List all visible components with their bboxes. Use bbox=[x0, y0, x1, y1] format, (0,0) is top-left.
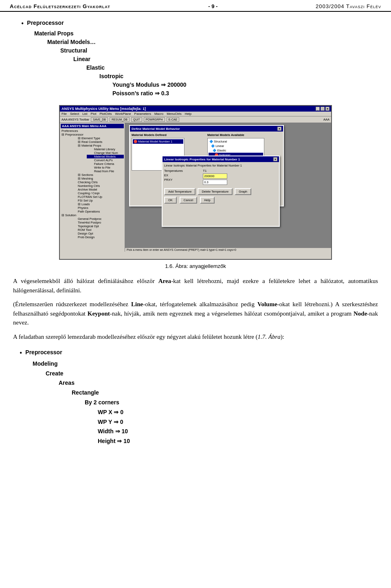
minimize-btn[interactable]: _ bbox=[316, 107, 320, 111]
linear-subtitle: Linear Isotropic Material Properties for… bbox=[164, 164, 277, 167]
tree-prob-design[interactable]: Prob Design bbox=[74, 235, 124, 239]
tree-write-to-file[interactable]: Write to File bbox=[87, 166, 124, 169]
linear-label: Linear bbox=[73, 55, 378, 64]
tree-material-models[interactable]: Material Models bbox=[87, 155, 124, 158]
mat-linear[interactable]: 🔷 Linear bbox=[209, 144, 263, 148]
tree-read-from-file[interactable]: Read from File bbox=[87, 169, 124, 173]
tree-fsi[interactable]: FSI Set Up bbox=[74, 199, 124, 202]
tree-numbering-ctrls[interactable]: Numbering Ctrls bbox=[74, 184, 124, 188]
material-models-label: Material Models… bbox=[47, 38, 378, 46]
menu-plotctrls[interactable]: PlotCtrls bbox=[99, 112, 112, 116]
mat-dialog-close[interactable]: ✕ bbox=[277, 127, 281, 131]
prxy-input[interactable] bbox=[203, 180, 227, 185]
youngs-label: Young’s Modulus bbox=[112, 81, 159, 88]
menu-select[interactable]: Select bbox=[70, 112, 79, 116]
width-value: 10 bbox=[122, 428, 128, 434]
tree-path-ops[interactable]: Path Operations bbox=[74, 210, 124, 213]
paragraph-1: A végeselemekből álló hálózat definiálás… bbox=[13, 276, 378, 295]
tree-preferences[interactable]: Preferences bbox=[61, 129, 124, 133]
tree-design-opt[interactable]: Design Opt bbox=[74, 232, 124, 235]
menu-file[interactable]: File bbox=[62, 112, 67, 116]
quit-btn[interactable]: QUIT bbox=[131, 117, 142, 122]
youngs-value: 200000 bbox=[167, 81, 187, 88]
structural-label: Structural bbox=[60, 46, 378, 55]
tree-checking-ctrls[interactable]: Checking Ctrls bbox=[74, 180, 124, 184]
aaa-label: AAA bbox=[323, 118, 329, 121]
areas-label: Areas bbox=[59, 378, 378, 388]
ecae-btn[interactable]: E-CAE bbox=[167, 117, 179, 122]
linear-dialog-close[interactable]: ✕ bbox=[273, 157, 277, 161]
tree-material-library[interactable]: Material Library bbox=[87, 147, 124, 151]
tree-coupling[interactable]: Coupling / Ceqn bbox=[74, 191, 124, 195]
youngs-modulus-line: Young’s Modulus ⇒ 200000 bbox=[112, 81, 378, 89]
create-label: Create bbox=[46, 369, 378, 379]
main-content: • Preprocessor Material Props Material M… bbox=[0, 19, 391, 459]
tree-rom-tool[interactable]: ROM Tool bbox=[74, 228, 124, 232]
menu-list[interactable]: List bbox=[82, 112, 87, 116]
close-btn[interactable]: ✕ bbox=[325, 107, 329, 111]
ex-input[interactable] bbox=[203, 173, 227, 179]
tree-loads[interactable]: ⊟ Loads bbox=[74, 202, 124, 206]
linear-values: T1 bbox=[203, 169, 277, 185]
modeling-label: Modeling bbox=[33, 359, 378, 369]
elastic-label: Elastic bbox=[86, 64, 378, 72]
bullet-dot-2: • bbox=[20, 349, 22, 358]
tree-topological[interactable]: Topological Opt bbox=[74, 224, 124, 228]
menu-help[interactable]: Help bbox=[185, 112, 191, 116]
tree-material-props[interactable]: ⊟ Material Props bbox=[74, 144, 124, 147]
ansys-window: ANSYS Multiphysics Utility Menu [msolajf… bbox=[60, 106, 331, 259]
linear-dialog-title: Linear Isotropic Properties for Material… bbox=[163, 156, 279, 162]
tree-failure-criteria[interactable]: Failure Criteria bbox=[87, 162, 124, 166]
tree-element-type[interactable]: ⊟ Element Type bbox=[74, 136, 124, 140]
tree-preprocessor[interactable]: ⊟ Preprocessor bbox=[61, 133, 124, 136]
tree-real-constants[interactable]: ⊟ Real Constants bbox=[74, 140, 124, 144]
tree-general-postproc[interactable]: General Postproc bbox=[74, 217, 124, 221]
cancel-btn[interactable]: Cancel bbox=[180, 197, 197, 204]
tree-archive-model[interactable]: Archive Model bbox=[74, 188, 124, 191]
dialog-material-title: Define Material Model Behavior ✕ bbox=[130, 126, 283, 132]
menu-macro[interactable]: Macro bbox=[154, 112, 163, 116]
tree-meshing[interactable]: ⊟ Meshing bbox=[74, 177, 124, 180]
tree-solution[interactable]: ⊟ Solution bbox=[61, 213, 124, 217]
menu-menuctrls[interactable]: MenuCtrls bbox=[167, 112, 181, 116]
paragraph-3: A feladatban szereplő lemezdarab modelle… bbox=[13, 332, 378, 342]
ex-label: EX bbox=[164, 173, 201, 177]
mat-model-number-1[interactable]: 🔴 Material Model Number 1 bbox=[133, 139, 183, 144]
menu-workplane[interactable]: WorkPlane bbox=[115, 112, 131, 116]
header-left: Acélcad Felületszerkezeti Gyakorlat bbox=[10, 3, 110, 9]
help-btn[interactable]: Help bbox=[200, 197, 214, 204]
tree-convert-alpx[interactable]: Convert ALPx bbox=[87, 158, 124, 162]
ansys-title: ANSYS Multiphysics Utility Menu [msolajf… bbox=[62, 107, 146, 111]
tree-change-mat-num[interactable]: Change Mat Num bbox=[87, 151, 124, 155]
by2corners-label: By 2 corners bbox=[85, 398, 378, 408]
menu-parameters[interactable]: Parameters bbox=[134, 112, 151, 116]
delete-temperature-btn[interactable]: Delete Temperature bbox=[198, 188, 233, 195]
linear-table: Temperatures EX PRXY T1 bbox=[164, 169, 277, 185]
tree-sections[interactable]: ⊟ Sections bbox=[74, 173, 124, 177]
page-header: Acélcad Felületszerkezeti Gyakorlat - 9 … bbox=[0, 0, 391, 12]
maximize-btn[interactable]: □ bbox=[321, 107, 325, 111]
graph-btn[interactable]: Graph bbox=[235, 188, 251, 195]
resum-db-btn[interactable]: RESUM_DB bbox=[110, 117, 130, 122]
menu-plot[interactable]: Plot bbox=[91, 112, 97, 116]
tree-physics[interactable]: Physics bbox=[74, 206, 124, 210]
wpx-value: 0 bbox=[120, 409, 123, 415]
save-db-btn[interactable]: SAVE_DB bbox=[91, 117, 108, 122]
mat-structural[interactable]: 🔷 Structural bbox=[209, 139, 263, 144]
poissons-label: Poisson’s ratio bbox=[112, 90, 153, 97]
ok-btn[interactable]: OK bbox=[164, 197, 177, 204]
tree-flotran[interactable]: FLOTRAN Set Up bbox=[74, 195, 124, 199]
powrgrph-btn[interactable]: POWRGRPH bbox=[144, 117, 165, 122]
ansys-screenshot: ANSYS Multiphysics Utility Menu [msolajf… bbox=[59, 105, 332, 260]
intro-steps: • Preprocessor Material Props Material M… bbox=[13, 19, 378, 98]
ansys-sidebar: AAA ANSYS Main Menu AAA Preferences ⊟ Pr… bbox=[60, 123, 125, 252]
preprocessor-label-2: Preprocessor bbox=[25, 349, 62, 357]
mat-elastic[interactable]: 🔷 Elastic bbox=[209, 148, 263, 153]
poissons-value: 0.3 bbox=[161, 90, 169, 97]
material-props-label: Material Props bbox=[34, 29, 378, 38]
tree-timehist[interactable]: TimeHist Postpro bbox=[74, 221, 124, 224]
add-temperature-btn[interactable]: Add Temperature bbox=[164, 188, 196, 195]
statusbar-text: Pick a menu item or enter an ANSYS Comma… bbox=[127, 248, 236, 251]
poissons-arrow: ⇒ bbox=[155, 90, 161, 97]
preprocessor-bullet: • Preprocessor bbox=[21, 19, 378, 29]
